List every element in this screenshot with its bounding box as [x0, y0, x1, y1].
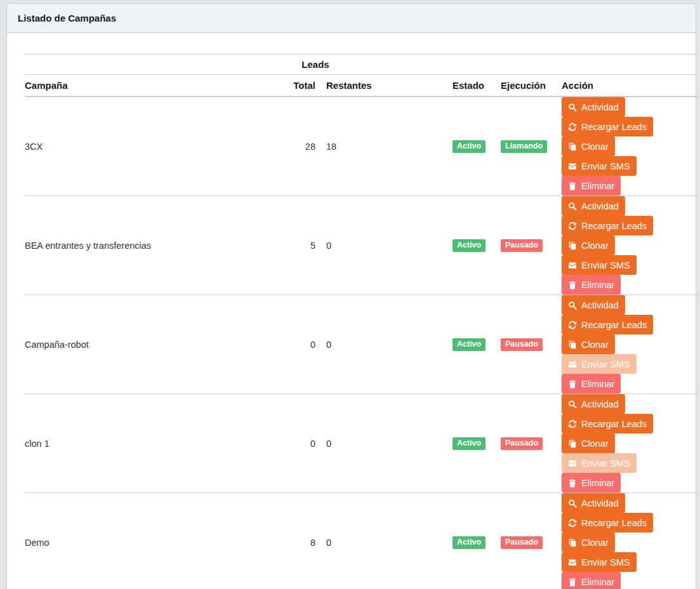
copy-icon [568, 142, 577, 151]
enviar-sms-button[interactable]: Enviar SMS [562, 453, 637, 473]
recargar-leads-button[interactable]: Recargar Leads [562, 216, 653, 235]
estado-badge: Activo [452, 239, 485, 252]
enviar-sms-button[interactable]: Enviar SMS [562, 552, 637, 572]
recargar-leads-button[interactable]: Recargar Leads [562, 315, 653, 334]
campaign-row: BEA entrantes y transferencias 5 0 Activ… [25, 196, 699, 295]
enviar-sms-button[interactable]: Enviar SMS [562, 255, 637, 275]
trash-icon [568, 578, 577, 586]
ejecucion-badge: Pausado [501, 536, 543, 549]
copy-icon [568, 439, 577, 448]
search-icon [568, 400, 577, 409]
leads-total: 0 [178, 394, 315, 493]
trash-icon [568, 281, 577, 289]
ejecucion-badge: Llamando [501, 140, 547, 153]
ejecucion-badge: Pausado [501, 239, 543, 252]
leads-restantes: 0 [315, 394, 452, 493]
trash-icon [568, 479, 577, 487]
refresh-icon [568, 321, 577, 329]
eliminar-button[interactable]: Eliminar [562, 374, 621, 394]
eliminar-button[interactable]: Eliminar [562, 275, 621, 294]
clonar-button[interactable]: Clonar [562, 235, 615, 255]
leads-group-row: Leads [25, 55, 699, 75]
recargar-leads-button[interactable]: Recargar Leads [562, 513, 653, 533]
campaign-table-header-row: Campaña Total Restantes Estado Ejecución… [25, 75, 699, 97]
card-body: Leads Campaña Total Restantes Estado Eje… [7, 33, 696, 589]
clonar-button[interactable]: Clonar [562, 433, 615, 453]
column-header-accion: Acción [562, 75, 699, 97]
campaign-row: 3CX 28 18 Activo Llamando Actividad Reca… [25, 96, 699, 196]
search-icon [568, 103, 577, 112]
copy-icon [568, 538, 577, 547]
column-header-campana: Campaña [25, 75, 178, 97]
campaign-name: clon 1 [25, 394, 178, 493]
campaign-row: Campaña-robot 0 0 Activo Pausado Activid… [25, 295, 699, 394]
campaign-table: Leads Campaña Total Restantes Estado Eje… [25, 54, 699, 589]
envelope-icon [568, 162, 577, 171]
refresh-icon [568, 222, 577, 230]
estado-badge: Activo [452, 140, 485, 153]
eliminar-button[interactable]: Eliminar [562, 572, 621, 589]
actividad-button[interactable]: Actividad [562, 295, 625, 315]
campaign-name: 3CX [25, 96, 178, 196]
leads-total: 8 [178, 493, 315, 589]
copy-icon [568, 241, 577, 250]
trash-icon [568, 380, 577, 388]
card-header: Listado de Campañas [7, 4, 696, 33]
refresh-icon [568, 420, 577, 428]
campaign-name: Campaña-robot [25, 295, 178, 394]
campaign-name: BEA entrantes y transferencias [25, 196, 178, 295]
enviar-sms-button[interactable]: Enviar SMS [562, 354, 637, 374]
campaign-row: Demo 8 0 Activo Pausado Actividad Recarg… [25, 493, 699, 589]
leads-restantes: 0 [315, 196, 452, 295]
leads-total: 5 [178, 196, 315, 295]
leads-restantes: 18 [315, 96, 452, 196]
search-icon [568, 499, 577, 508]
leads-total: 28 [178, 96, 315, 196]
column-header-restantes: Restantes [315, 75, 452, 97]
column-header-total: Total [178, 75, 315, 97]
clonar-button[interactable]: Clonar [562, 533, 615, 552]
enviar-sms-button[interactable]: Enviar SMS [562, 156, 637, 176]
column-header-ejecucion: Ejecución [501, 75, 562, 97]
column-header-estado: Estado [452, 75, 501, 97]
eliminar-button[interactable]: Eliminar [562, 176, 621, 195]
leads-group-header: Leads [178, 55, 452, 75]
estado-badge: Activo [452, 338, 485, 351]
search-icon [568, 202, 577, 211]
actividad-button[interactable]: Actividad [562, 97, 625, 117]
ejecucion-badge: Pausado [501, 338, 543, 351]
leads-total: 0 [178, 295, 315, 394]
envelope-icon [568, 261, 577, 270]
recargar-leads-button[interactable]: Recargar Leads [562, 414, 653, 433]
eliminar-button[interactable]: Eliminar [562, 473, 621, 493]
estado-badge: Activo [452, 536, 485, 549]
copy-icon [568, 340, 577, 349]
envelope-icon [568, 459, 577, 468]
refresh-icon [568, 122, 577, 131]
actividad-button[interactable]: Actividad [562, 493, 625, 513]
clonar-button[interactable]: Clonar [562, 136, 615, 156]
leads-restantes: 0 [315, 295, 452, 394]
ejecucion-badge: Pausado [501, 437, 543, 450]
clonar-button[interactable]: Clonar [562, 334, 615, 354]
campaign-name: Demo [25, 493, 178, 589]
recargar-leads-button[interactable]: Recargar Leads [562, 117, 653, 136]
envelope-icon [568, 360, 577, 369]
envelope-icon [568, 558, 577, 567]
page-title: Listado de Campañas [18, 13, 116, 23]
actividad-button[interactable]: Actividad [562, 394, 625, 414]
refresh-icon [568, 519, 577, 527]
trash-icon [568, 182, 577, 190]
search-icon [568, 301, 577, 310]
actividad-button[interactable]: Actividad [562, 196, 625, 216]
leads-restantes: 0 [315, 493, 452, 589]
campaign-list-card: Listado de Campañas Leads Campaña Total … [6, 3, 696, 589]
estado-badge: Activo [452, 437, 485, 450]
campaign-row: clon 1 0 0 Activo Pausado Actividad Reca… [25, 394, 699, 493]
